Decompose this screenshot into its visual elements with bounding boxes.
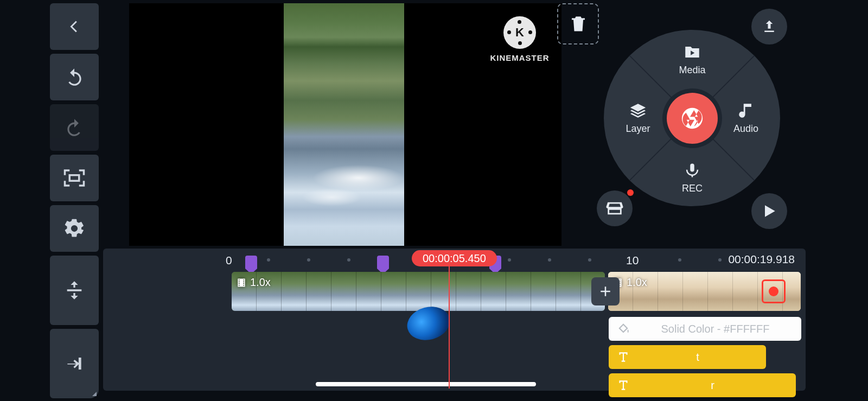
playhead-line[interactable]	[449, 266, 450, 389]
add-transition-button[interactable]	[591, 277, 620, 305]
text-icon	[616, 350, 630, 364]
gear-icon	[63, 217, 86, 240]
wheel-audio-button[interactable]: Audio	[722, 101, 770, 135]
asset-store-button[interactable]	[597, 190, 633, 226]
ruler-tick	[718, 258, 722, 262]
plus-icon	[597, 283, 614, 300]
trash-icon	[569, 14, 588, 34]
ruler-tick	[548, 258, 551, 262]
playhead-time-chip: 00:00:05.450	[412, 250, 497, 266]
ruler-label-0: 0	[226, 254, 232, 267]
timeline-bookmark[interactable]	[377, 256, 389, 269]
back-button[interactable]	[50, 3, 99, 50]
layer-label: t	[637, 351, 758, 364]
layer-text-1[interactable]: t	[609, 345, 766, 369]
ruler-tick	[678, 258, 681, 262]
primary-clip-track[interactable]: 1.0x 1.0x	[232, 272, 806, 311]
music-note-icon	[737, 101, 755, 120]
share-icon	[761, 18, 777, 35]
ruler-tick	[508, 258, 511, 262]
kinemaster-logo-icon: K	[503, 16, 536, 49]
fullscreen-button[interactable]	[50, 155, 99, 201]
delete-button[interactable]	[557, 3, 599, 44]
total-duration: 00:00:19.918	[728, 253, 795, 266]
ruler-tick	[307, 258, 310, 262]
recording-thumbnail-icon	[762, 279, 786, 303]
layer-label: Solid Color - #FFFFFF	[637, 323, 794, 335]
notification-badge-icon	[627, 189, 634, 196]
play-icon	[761, 202, 778, 220]
watermark[interactable]: K KINEMASTER	[490, 16, 550, 62]
text-icon	[616, 378, 630, 392]
paint-bucket-icon	[616, 322, 630, 336]
jump-end-icon	[64, 353, 85, 374]
undo-icon	[64, 67, 85, 87]
wheel-media-label: Media	[679, 65, 705, 76]
clip-speed-badge: 1.0x	[627, 276, 647, 289]
action-wheel: Media Layer Audio REC	[604, 30, 780, 206]
clip-speed-badge: 1.0x	[250, 276, 271, 289]
media-folder-icon	[683, 43, 701, 61]
wheel-capture-button[interactable]	[662, 88, 722, 148]
ruler-tick	[588, 258, 591, 262]
wheel-rec-button[interactable]: REC	[668, 161, 717, 194]
redo-button[interactable]	[50, 104, 99, 151]
preview-frame	[284, 3, 404, 246]
redo-icon	[64, 117, 85, 138]
export-button[interactable]	[751, 9, 787, 44]
ruler-tick	[347, 258, 350, 262]
wheel-media-button[interactable]: Media	[668, 43, 717, 76]
watermark-label: KINEMASTER	[490, 53, 550, 62]
jump-to-end-button[interactable]	[50, 329, 99, 398]
undo-button[interactable]	[50, 54, 99, 100]
wheel-layer-button[interactable]: Layer	[614, 101, 662, 135]
layers-icon	[629, 101, 647, 120]
ruler-label-10: 10	[626, 254, 639, 267]
home-indicator	[316, 382, 536, 386]
wheel-audio-label: Audio	[733, 123, 758, 135]
timeline-panel[interactable]: 0 10 00:00:05.450 00:00:19.918 1.0x	[103, 249, 806, 391]
expand-vertical-icon	[63, 279, 85, 301]
aperture-icon	[680, 106, 705, 131]
wheel-rec-label: REC	[682, 183, 703, 194]
video-clip-2[interactable]: 1.0x	[608, 272, 801, 311]
timeline-bookmark[interactable]	[245, 256, 257, 269]
film-icon	[236, 277, 247, 288]
resize-corner-icon	[92, 392, 97, 396]
layer-solid-color[interactable]: Solid Color - #FFFFFF	[609, 317, 801, 341]
layer-text-2[interactable]: r	[609, 373, 796, 397]
microphone-icon	[684, 161, 700, 180]
video-clip-1[interactable]: 1.0x	[232, 272, 605, 311]
timeline-expand-button[interactable]	[50, 256, 99, 325]
chevron-left-icon	[65, 17, 84, 36]
settings-button[interactable]	[50, 205, 99, 252]
fullscreen-icon	[63, 167, 86, 189]
play-button[interactable]	[751, 193, 787, 229]
ruler-tick	[267, 258, 270, 262]
store-icon	[605, 199, 624, 218]
playhead-time: 00:00:05.450	[423, 252, 486, 265]
wheel-layer-label: Layer	[626, 123, 650, 135]
layer-label: r	[637, 379, 788, 392]
